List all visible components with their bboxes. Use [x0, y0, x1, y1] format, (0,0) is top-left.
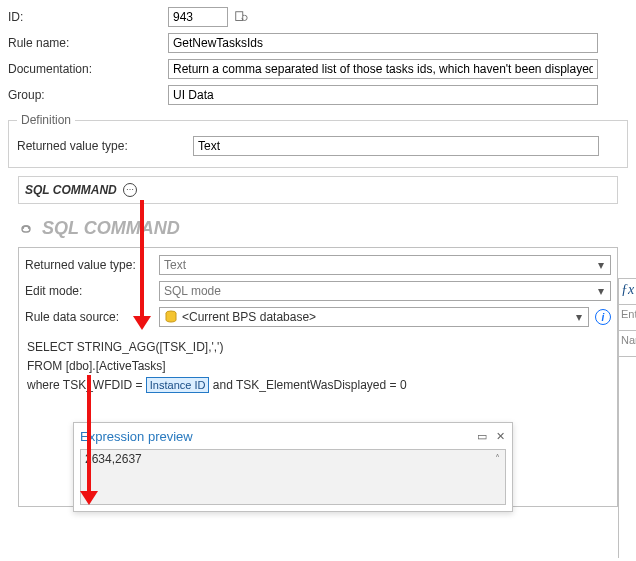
sql-editor-panel: Returned value type: Text ▾ Edit mode: S… [18, 247, 618, 507]
edit-mode-label: Edit mode: [25, 284, 155, 298]
variable-token-instance-id[interactable]: Instance ID [146, 377, 210, 393]
documentation-input[interactable] [168, 59, 598, 79]
definition-group: Definition Returned value type: [8, 120, 628, 168]
returned-type-label: Returned value type: [17, 139, 193, 153]
chevron-down-icon: ▾ [594, 284, 608, 298]
editor-returned-value: Text ▾ [159, 255, 611, 275]
documentation-label: Documentation: [8, 62, 168, 76]
fx-icon[interactable]: ƒx [619, 279, 636, 305]
sql-line: where TSK_WFDID = Instance ID and TSK_El… [27, 376, 609, 395]
data-source-combo[interactable]: <Current BPS database> ▾ [159, 307, 589, 327]
data-source-label: Rule data source: [25, 310, 155, 324]
editor-returned-label: Returned value type: [25, 258, 155, 272]
edit-mode-value: SQL mode ▾ [159, 281, 611, 301]
chevron-down-icon: ▾ [594, 258, 608, 272]
sql-line: SELECT STRING_AGG([TSK_ID],',') [27, 338, 609, 357]
top-form: ID: Rule name: Documentation: Group: [0, 0, 636, 112]
rule-name-label: Rule name: [8, 36, 168, 50]
data-source-text: <Current BPS database> [182, 310, 568, 324]
expression-preview-result: 2634,2637 [85, 452, 142, 466]
more-icon[interactable]: ⋯ [123, 183, 137, 197]
definition-legend: Definition [17, 113, 75, 127]
refresh-id-icon[interactable] [232, 8, 250, 26]
database-icon [164, 310, 178, 324]
sql-command-title: SQL COMMAND [42, 218, 180, 239]
close-icon[interactable]: ✕ [494, 430, 506, 442]
sql-command-tab-label: SQL COMMAND [25, 183, 117, 197]
group-input[interactable] [168, 85, 598, 105]
expression-preview-title: Expression preview [80, 429, 193, 444]
sql-line: FROM [dbo].[ActiveTasks] [27, 357, 609, 376]
chevron-down-icon[interactable]: ▾ [572, 310, 586, 324]
scroll-up-icon[interactable]: ˄ [491, 452, 503, 464]
expression-preview-popup: Expression preview ▭ ✕ 2634,2637 ˄ [73, 422, 513, 512]
info-icon[interactable]: i [595, 309, 611, 325]
side-panel-partial: ƒx Ent Nar [618, 278, 636, 558]
id-input[interactable] [168, 7, 228, 27]
maximize-icon[interactable]: ▭ [476, 430, 488, 442]
sql-command-header: SQL COMMAND [18, 218, 618, 239]
id-label: ID: [8, 10, 168, 24]
returned-type-input[interactable] [193, 136, 599, 156]
side-ent-cell[interactable]: Ent [619, 305, 636, 331]
sql-command-tab[interactable]: SQL COMMAND ⋯ [18, 176, 618, 204]
expression-preview-body: 2634,2637 ˄ [80, 449, 506, 505]
group-label: Group: [8, 88, 168, 102]
link-icon [18, 221, 34, 237]
rule-name-input[interactable] [168, 33, 598, 53]
sql-text-area[interactable]: SELECT STRING_AGG([TSK_ID],',') FROM [db… [25, 332, 611, 398]
side-nar-cell[interactable]: Nar [619, 331, 636, 357]
